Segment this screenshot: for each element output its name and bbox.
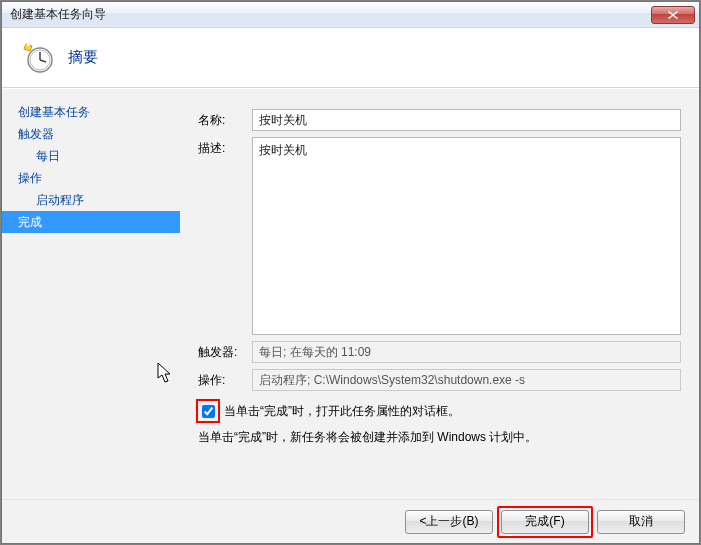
name-field[interactable]: 按时关机	[252, 109, 681, 131]
close-icon	[668, 11, 678, 19]
name-label: 名称:	[198, 109, 252, 129]
cancel-button[interactable]: 取消	[597, 510, 685, 534]
open-properties-row: 当单击“完成”时，打开此任务属性的对话框。	[198, 401, 681, 421]
finish-highlight: 完成(F)	[501, 510, 589, 534]
desc-label: 描述:	[198, 137, 252, 157]
header-band: 摘要	[2, 28, 699, 88]
sidebar-item-action[interactable]: 操作	[18, 167, 180, 189]
sidebar-item-finish[interactable]: 完成	[2, 211, 180, 233]
close-button[interactable]	[651, 6, 695, 24]
sidebar-item-start-program[interactable]: 启动程序	[18, 189, 180, 211]
button-row: <上一步(B) 完成(F) 取消	[2, 499, 699, 543]
checkbox-highlight	[198, 401, 218, 421]
body: 创建基本任务 触发器 每日 操作 启动程序 完成 名称: 按时关机 描述: 按时…	[2, 88, 699, 499]
window-title: 创建基本任务向导	[10, 6, 651, 23]
open-properties-label: 当单击“完成”时，打开此任务属性的对话框。	[224, 403, 460, 420]
sidebar-item-create-task[interactable]: 创建基本任务	[18, 101, 180, 123]
wizard-window: 创建基本任务向导 摘要 创建基本任务 触发器 每日 操作 启动程序	[1, 1, 700, 544]
trigger-field: 每日; 在每天的 11:09	[252, 341, 681, 363]
sidebar: 创建基本任务 触发器 每日 操作 启动程序 完成	[2, 89, 180, 499]
trigger-label: 触发器:	[198, 341, 252, 361]
wizard-icon	[22, 42, 54, 74]
desc-field[interactable]: 按时关机	[252, 137, 681, 335]
sidebar-item-trigger[interactable]: 触发器	[18, 123, 180, 145]
action-field: 启动程序; C:\Windows\System32\shutdown.exe -…	[252, 369, 681, 391]
content: 名称: 按时关机 描述: 按时关机 触发器: 每日; 在每天的 11:09 操作…	[180, 89, 699, 499]
titlebar: 创建基本任务向导	[2, 2, 699, 28]
sidebar-item-daily[interactable]: 每日	[18, 145, 180, 167]
back-button[interactable]: <上一步(B)	[405, 510, 493, 534]
action-label: 操作:	[198, 369, 252, 389]
open-properties-checkbox[interactable]	[202, 405, 215, 418]
finish-hint: 当单击“完成”时，新任务将会被创建并添加到 Windows 计划中。	[198, 429, 681, 446]
header-title: 摘要	[68, 48, 98, 67]
finish-button[interactable]: 完成(F)	[501, 510, 589, 534]
